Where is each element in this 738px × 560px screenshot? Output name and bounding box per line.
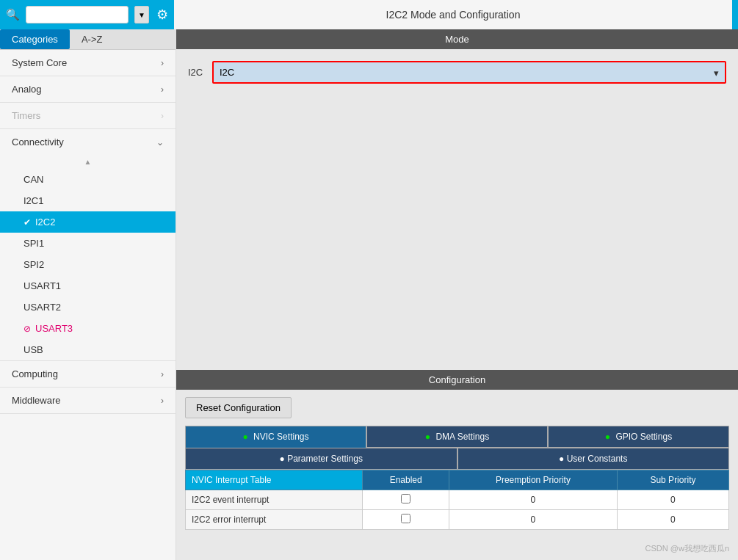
expand-indicator: ▲ <box>0 155 176 169</box>
gpio-check-icon: ● <box>605 432 610 442</box>
sidebar-item-connectivity[interactable]: Connectivity ⌄ <box>0 129 176 155</box>
chevron-down-icon-connectivity: ⌄ <box>156 137 164 148</box>
sidebar-item-label-middleware: Middleware <box>12 395 60 406</box>
sidebar-item-analog[interactable]: Analog › <box>0 76 176 102</box>
nvic-check-icon: ● <box>243 432 248 442</box>
tab-az[interactable]: A->Z <box>70 29 115 49</box>
tab-dma-settings[interactable]: ● DMA Settings <box>366 426 548 448</box>
chevron-right-icon-computing: › <box>161 369 164 379</box>
reset-configuration-button[interactable]: Reset Configuration <box>185 397 292 418</box>
watermark: CSDN @w我想吃西瓜n <box>176 537 738 560</box>
mode-header: Mode <box>176 29 738 49</box>
sidebar-item-label-can: CAN <box>23 174 43 185</box>
sidebar-section-connectivity: Connectivity ⌄ ▲ CAN I2C1 ✔ I2C2 <box>0 129 176 361</box>
tab-nvic-settings[interactable]: ● NVIC Settings <box>185 426 366 448</box>
sidebar-tab-bar: Categories A->Z <box>0 29 176 50</box>
mode-row: I2C I2C SMBus-Alert-mode SMBus-Device-mo… <box>188 61 726 84</box>
sidebar-item-label-analog: Analog <box>12 84 41 95</box>
dma-check-icon: ● <box>425 432 430 442</box>
tab-nvic-label: NVIC Settings <box>253 432 308 442</box>
check-icon-i2c2: ✔ <box>23 217 31 228</box>
connectivity-sub-items: CAN I2C1 ✔ I2C2 SPI1 SPI2 <box>0 169 176 360</box>
sidebar-item-label-usart3: USART3 <box>35 323 73 334</box>
chevron-right-icon-timers: › <box>161 111 164 121</box>
mode-section: Mode I2C I2C SMBus-Alert-mode SMBus-Devi… <box>176 29 738 95</box>
search-chevron-icon[interactable]: ▼ <box>134 6 149 23</box>
content-area: Mode I2C I2C SMBus-Alert-mode SMBus-Devi… <box>176 29 738 560</box>
sidebar-item-label-system-core: System Core <box>12 57 67 68</box>
sidebar-item-usart1[interactable]: USART1 <box>0 275 176 297</box>
col-sub-priority: Sub Priority <box>617 470 728 490</box>
col-interrupt-table: NVIC Interrupt Table <box>186 470 363 490</box>
table-row: I2C2 event interrupt 0 0 <box>186 490 729 510</box>
tab-categories[interactable]: Categories <box>0 29 70 49</box>
sidebar-item-usart3[interactable]: ⊘ USART3 <box>0 318 176 339</box>
sidebar-item-label-spi2: SPI2 <box>23 259 44 270</box>
chevron-right-icon-middleware: › <box>161 396 164 406</box>
sidebar-section-system-core: System Core › <box>0 50 176 76</box>
interrupt-name-event: I2C2 event interrupt <box>186 490 363 510</box>
sidebar-item-label-usb: USB <box>23 344 43 355</box>
interrupt-name-error: I2C2 error interrupt <box>186 510 363 530</box>
sidebar-section-middleware: Middleware › <box>0 388 176 414</box>
config-header: Configuration <box>176 370 738 390</box>
mode-content: I2C I2C SMBus-Alert-mode SMBus-Device-mo… <box>176 49 738 95</box>
sidebar-item-spi1[interactable]: SPI1 <box>0 233 176 254</box>
settings-icon[interactable]: ⚙ <box>156 7 168 23</box>
sidebar-item-label-timers: Timers <box>12 110 40 121</box>
col-enabled: Enabled <box>363 470 449 490</box>
config-section: Configuration Reset Configuration ● NVIC… <box>176 370 738 537</box>
sidebar-item-spi2[interactable]: SPI2 <box>0 254 176 275</box>
mode-select-wrapper: I2C SMBus-Alert-mode SMBus-Device-mode S… <box>212 61 726 84</box>
sidebar-item-label-spi1: SPI1 <box>23 238 44 249</box>
chevron-right-icon-analog: › <box>161 84 164 95</box>
enabled-checkbox-event[interactable] <box>363 490 449 510</box>
mode-label: I2C <box>188 67 206 78</box>
tab-dma-label: DMA Settings <box>435 432 489 442</box>
param-check-icon: ● <box>280 454 285 464</box>
window-title: I2C2 Mode and Configuration <box>174 0 732 29</box>
search-input[interactable] <box>26 6 129 23</box>
tab-gpio-label: GPIO Settings <box>615 432 672 442</box>
sub-priority-error: 0 <box>617 510 728 530</box>
sidebar-item-usart2[interactable]: USART2 <box>0 297 176 318</box>
chevron-right-icon: › <box>161 58 164 68</box>
mode-select-container: I2C SMBus-Alert-mode SMBus-Device-mode S… <box>214 62 725 82</box>
sidebar-item-label-i2c1: I2C1 <box>23 195 43 206</box>
error-icon-usart3: ⊘ <box>23 324 31 334</box>
sidebar-item-label-usart1: USART1 <box>23 280 61 291</box>
user-check-icon: ● <box>559 454 564 464</box>
tab-user-constants[interactable]: ● User Constants <box>457 448 730 470</box>
checkbox-error[interactable] <box>401 514 410 523</box>
sidebar-item-can[interactable]: CAN <box>0 169 176 190</box>
config-tab-row1: ● NVIC Settings ● DMA Settings ● GPIO Se… <box>185 426 729 448</box>
sub-priority-event: 0 <box>617 490 728 510</box>
sidebar-item-i2c1[interactable]: I2C1 <box>0 190 176 211</box>
sidebar-item-i2c2[interactable]: ✔ I2C2 <box>0 211 176 233</box>
tab-param-label: Parameter Settings <box>287 454 363 464</box>
sidebar: Categories A->Z System Core › Analog › T… <box>0 29 176 560</box>
sidebar-item-middleware[interactable]: Middleware › <box>0 388 176 413</box>
sidebar-item-usb[interactable]: USB <box>0 339 176 360</box>
search-icon: 🔍 <box>6 8 20 21</box>
content-spacer <box>176 95 738 370</box>
sidebar-item-label-usart2: USART2 <box>23 302 61 313</box>
sidebar-item-computing[interactable]: Computing › <box>0 361 176 387</box>
checkbox-event[interactable] <box>401 494 410 503</box>
tab-parameter-settings[interactable]: ● Parameter Settings <box>185 448 457 470</box>
sidebar-item-label-connectivity: Connectivity <box>12 137 64 148</box>
enabled-checkbox-error[interactable] <box>363 510 449 530</box>
sidebar-item-label-i2c2: I2C2 <box>35 217 55 228</box>
top-bar: 🔍 ▼ ⚙ I2C2 Mode and Configuration <box>0 0 738 29</box>
sidebar-item-timers[interactable]: Timers › <box>0 103 176 128</box>
tab-gpio-settings[interactable]: ● GPIO Settings <box>548 426 729 448</box>
sidebar-item-label-computing: Computing <box>12 368 58 379</box>
mode-select[interactable]: I2C SMBus-Alert-mode SMBus-Device-mode S… <box>214 62 725 82</box>
tab-user-label: User Constants <box>567 454 628 464</box>
main-layout: Categories A->Z System Core › Analog › T… <box>0 29 738 560</box>
sidebar-section-computing: Computing › <box>0 361 176 388</box>
preemption-error: 0 <box>449 510 617 530</box>
sidebar-section-analog: Analog › <box>0 76 176 103</box>
col-preemption: Preemption Priority <box>449 470 617 490</box>
sidebar-item-system-core[interactable]: System Core › <box>0 50 176 76</box>
